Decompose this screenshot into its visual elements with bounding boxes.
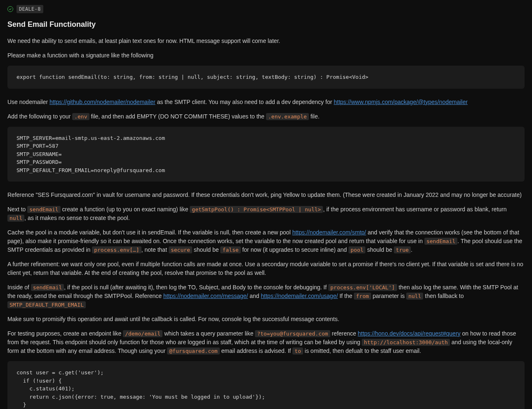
code-block-signature: export function sendEmail(to: string, fr…: [7, 66, 525, 89]
code-env: .env: [72, 113, 89, 120]
code-processenv-local: process.env['LOCAL']: [328, 284, 397, 291]
text: which takes a query parameter like: [162, 330, 255, 337]
code-true: true: [394, 246, 411, 253]
text: should be: [365, 246, 394, 253]
link-nodemailer-usage[interactable]: https://nodemailer.com/usage/: [261, 293, 338, 299]
paragraph: A further refinement: we want only one p…: [7, 260, 525, 277]
text: file, and then add EMPTY (DO NOT COMMIT …: [89, 113, 266, 120]
code-smtp-default-from: SMTP_DEFAULT_FROM_EMAIL: [7, 301, 86, 308]
text: Cache the pool in a module variable, but…: [7, 229, 292, 236]
text: For testing purposes, create an endpoint…: [7, 330, 123, 337]
paragraph: Use nodemailer https://github.com/nodema…: [7, 98, 525, 106]
page-title: Send Email Functionality: [7, 19, 525, 30]
code-block-endpoint: const user = c.get('user'); if (!user) {…: [7, 361, 525, 409]
text: and: [248, 293, 261, 299]
status-done-icon: [7, 6, 13, 12]
link-hono-query[interactable]: https://hono.dev/docs/api/request#query: [358, 330, 461, 337]
text: , note that: [141, 246, 169, 253]
code-sendemail: sendEmail: [27, 206, 60, 213]
text: then fallback to: [423, 293, 464, 299]
text: Use nodemailer: [7, 99, 49, 105]
code-pool: pool: [348, 246, 365, 253]
code-processenv: process.env[…]: [92, 246, 141, 253]
text: Next to: [7, 206, 27, 213]
code-sendemail: sendEmail: [424, 238, 457, 245]
link-nodemailer-message[interactable]: https://nodemailer.com/message/: [163, 293, 248, 299]
code-null: null: [7, 215, 24, 222]
text: parameter is: [371, 293, 407, 299]
code-at-fursquared: @fursquared.com: [167, 348, 219, 355]
code-from: from: [354, 293, 371, 300]
text: for now (it upgrades to secure inline) a…: [241, 246, 348, 253]
paragraph: Please make a function with a signature …: [7, 51, 525, 60]
text: .: [411, 246, 412, 253]
paragraph: Cache the pool in a module variable, but…: [7, 228, 525, 254]
paragraph: Make sure to promisify this operation an…: [7, 315, 525, 324]
paragraph: ⋮⋮ Inside of sendEmail, if the pool is n…: [7, 283, 525, 309]
code-block-env: SMTP_SERVER=email-smtp.us-east-2.amazona…: [7, 127, 525, 182]
link-nodemailer-github[interactable]: https://github.com/nodemailer/nodemailer: [49, 99, 155, 105]
text: should be: [192, 246, 221, 253]
drag-handle-icon[interactable]: ⋮⋮: [9, 283, 16, 289]
text: email address is advised. If: [220, 348, 293, 354]
text: , if the process environment has usernam…: [323, 206, 506, 213]
link-types-nodemailer[interactable]: https://www.npmjs.com/package/@types/nod…: [334, 99, 468, 105]
code-null: null: [406, 293, 423, 300]
text: as the SMTP client. You may also need to…: [155, 99, 334, 105]
paragraph: For testing purposes, create an endpoint…: [7, 329, 525, 355]
code-to: to: [292, 348, 303, 355]
code-sendemail: sendEmail: [31, 284, 64, 291]
text: create a function (up to you on exact na…: [61, 206, 190, 213]
code-false: false: [220, 246, 240, 253]
code-to-query: ?to=you@fursquared.com: [255, 330, 330, 337]
text: reference: [330, 330, 358, 337]
text: file.: [309, 113, 320, 120]
text: , as it makes no sense to create the poo…: [24, 215, 129, 221]
code-secure: secure: [169, 246, 192, 253]
paragraph: We need the ability to send emails, at l…: [7, 37, 525, 45]
text: is omitted, then defualt to the staff us…: [303, 348, 421, 354]
code-demo-email: /demo/email: [123, 330, 162, 337]
text: If the: [338, 293, 354, 299]
code-getsmtppool: getSmtpPool() : Promise<SMTPPool | null>: [190, 206, 323, 213]
link-nodemailer-smtp[interactable]: https://nodemailer.com/smtp/: [292, 229, 366, 236]
text: , if the pool is null (after awaiting it…: [64, 284, 328, 291]
paragraph: Reference "SES Fursquared.com" in vault …: [7, 191, 525, 199]
code-env-example: .env.example: [266, 113, 309, 120]
text: Add the following to your: [7, 113, 72, 120]
code-localhost-auth: http://localhost:3000/auth: [362, 339, 450, 346]
issue-key-badge[interactable]: DEALE-8: [16, 5, 43, 13]
paragraph: Next to sendEmail create a function (up …: [7, 205, 525, 222]
paragraph: Add the following to your .env file, and…: [7, 112, 525, 121]
